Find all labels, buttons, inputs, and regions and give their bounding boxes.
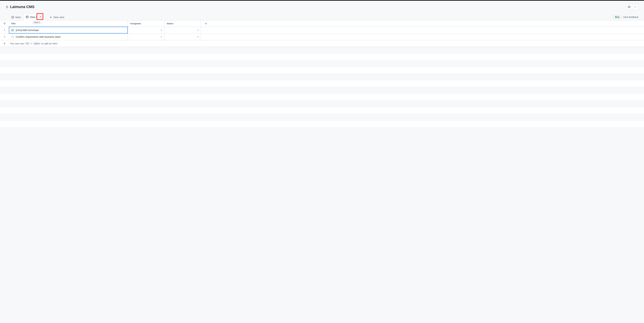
- tab-main-label: Main: [16, 16, 21, 18]
- svg-rect-6: [12, 16, 14, 18]
- column-header-title[interactable]: Title: [9, 20, 128, 27]
- tab-view-2[interactable]: View 2 View 2: [23, 13, 45, 20]
- panel-toggle-button[interactable]: [626, 4, 632, 9]
- cell-status[interactable]: [164, 33, 201, 40]
- lock-icon: [6, 5, 8, 8]
- project-title[interactable]: Laimuna CMS: [10, 5, 34, 9]
- chevron-down-icon: [197, 36, 199, 38]
- svg-point-3: [634, 7, 634, 7]
- column-header-assignees[interactable]: Assignees: [128, 20, 164, 27]
- add-item-hint: You can use Ctrl + Space to add an item: [9, 42, 58, 45]
- tab-view-2-tooltip: View 2: [32, 21, 42, 24]
- chevron-down-icon: [160, 29, 162, 31]
- add-column-button[interactable]: [201, 20, 211, 27]
- svg-point-20: [12, 30, 13, 30]
- header-actions: [626, 4, 638, 10]
- cell-title[interactable]: [cms] Add monorepo: [9, 27, 128, 33]
- filter-button[interactable]: [0, 20, 9, 27]
- cell-status[interactable]: [164, 27, 201, 33]
- kebab-menu-button[interactable]: [632, 4, 638, 9]
- svg-point-21: [12, 36, 14, 38]
- cell-assignees[interactable]: [128, 33, 164, 40]
- table-icon: [26, 15, 28, 18]
- project-title-area: Laimuna CMS: [6, 5, 34, 9]
- tab-view-2-label: View 2: [30, 15, 38, 18]
- cell-title[interactable]: Confirm requirments with business team: [9, 33, 128, 40]
- plus-icon: [0, 42, 9, 45]
- tab-view-2-menu-button[interactable]: [39, 15, 42, 18]
- svg-rect-9: [26, 16, 28, 18]
- table-row: 1 [cms] Add monorepo: [0, 27, 644, 33]
- give-feedback-link[interactable]: Give feedback: [623, 16, 638, 18]
- svg-rect-1: [628, 6, 630, 8]
- beta-badge: Beta: [613, 15, 621, 18]
- plus-icon: [50, 16, 52, 18]
- chevron-down-icon: [197, 29, 199, 31]
- tab-main[interactable]: Main: [9, 14, 23, 20]
- new-view-button[interactable]: New view: [47, 14, 66, 20]
- cell-assignees[interactable]: [128, 27, 164, 33]
- new-view-label: New view: [54, 16, 64, 18]
- add-item-row[interactable]: You can use Ctrl + Space to add an item: [0, 40, 644, 47]
- row-title-text: Confirm requirments with business team: [16, 35, 61, 38]
- kbd-space: Space: [33, 42, 41, 45]
- hint-plus: +: [31, 42, 32, 45]
- empty-rows-area: [0, 47, 644, 134]
- hint-suffix: to add an item: [42, 42, 58, 45]
- chevron-down-icon: [160, 36, 162, 38]
- column-header-status[interactable]: Status: [164, 20, 201, 27]
- hint-prefix: You can use: [10, 42, 24, 45]
- table-row: 2 Confirm requirments with business team: [0, 33, 644, 40]
- svg-point-4: [635, 7, 636, 7]
- table-icon: [12, 16, 14, 18]
- project-table: Title Assignees Status 1 [cms] Add: [0, 20, 644, 134]
- row-number: 1: [0, 27, 9, 33]
- svg-point-5: [636, 7, 636, 7]
- kbd-ctrl: Ctrl: [24, 42, 30, 45]
- svg-rect-0: [6, 7, 8, 8]
- row-number: 2: [0, 33, 9, 40]
- row-title-text: [cms] Add monorepo: [16, 29, 39, 31]
- issue-open-icon: [11, 29, 14, 32]
- table-header-row: Title Assignees Status: [0, 20, 644, 27]
- draft-issue-icon: [11, 35, 14, 38]
